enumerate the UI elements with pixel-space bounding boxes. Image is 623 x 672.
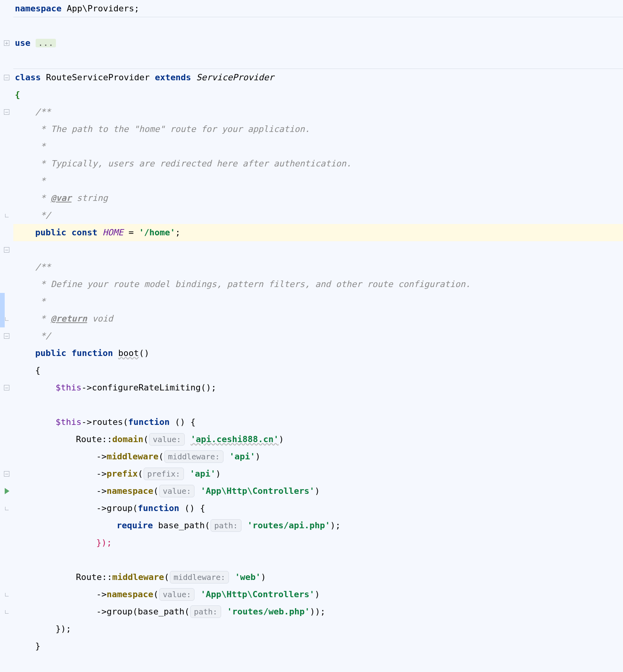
method-call: middleware (112, 573, 164, 582)
docblock: /** (35, 108, 51, 116)
keyword-require: require (117, 521, 153, 530)
run-gutter-icon[interactable] (0, 482, 13, 500)
code-line[interactable]: * Typically, users are redirected here a… (13, 155, 623, 172)
keyword-public: public (35, 228, 72, 237)
code-line[interactable] (13, 655, 623, 672)
code-line[interactable]: namespace App\Providers; (13, 0, 623, 17)
const-name: HOME (103, 228, 123, 237)
param-hint: path: (211, 519, 241, 532)
string-literal: 'api.ceshi888.cn' (191, 435, 279, 444)
code-line[interactable]: * (13, 138, 623, 155)
code-line[interactable] (13, 551, 623, 569)
docblock: * (35, 194, 51, 202)
fold-toggle-icon[interactable] (0, 379, 13, 396)
code-line[interactable]: } (13, 638, 623, 655)
docblock: string (72, 194, 108, 202)
code-line[interactable]: * Define your route model bindings, patt… (13, 276, 623, 293)
paren-close: ) (216, 470, 221, 478)
code-line[interactable]: ->group(function () { (13, 500, 623, 517)
code-line[interactable]: * @return void (13, 310, 623, 327)
paren-close-semi: ); (330, 521, 341, 530)
paren-close: ) (315, 590, 320, 599)
code-line[interactable] (13, 241, 623, 258)
string-literal: 'web' (235, 573, 261, 582)
keyword-function: function (138, 504, 179, 513)
doc-tag: @return (51, 314, 87, 323)
code-line[interactable] (13, 52, 623, 69)
fold-end-icon (0, 500, 13, 517)
class-static: Route (76, 435, 102, 444)
fold-toggle-icon[interactable] (0, 103, 13, 121)
arrow: -> (96, 590, 107, 599)
paren-open: ( (205, 521, 210, 530)
code-line[interactable]: use ... (13, 34, 623, 52)
code-line[interactable]: * (13, 293, 623, 310)
paren-close: ) (255, 452, 260, 461)
code-line-highlighted[interactable]: public const HOME = '/home'; (13, 224, 623, 241)
code-line[interactable]: */ (13, 327, 623, 345)
folded-placeholder[interactable]: ... (36, 39, 56, 47)
paren-close: ) (261, 573, 266, 582)
code-line[interactable]: ->namespace(value: 'App\Http\Controllers… (13, 586, 623, 603)
string-literal: 'App\Http\Controllers' (200, 487, 314, 495)
code-line[interactable]: * The path to the "home" route for your … (13, 121, 623, 138)
code-line[interactable]: ->namespace(value: 'App\Http\Controllers… (13, 482, 623, 500)
arrow: -> (96, 470, 107, 478)
closure-head: () { (169, 418, 195, 426)
docblock: * (35, 177, 46, 185)
code-line[interactable] (13, 396, 623, 414)
fold-toggle-icon[interactable] (0, 69, 13, 86)
code-line[interactable]: ->prefix(prefix: 'api') (13, 465, 623, 482)
param-hint: value: (159, 588, 194, 601)
code-line[interactable]: * (13, 172, 623, 190)
fold-toggle-icon[interactable] (0, 34, 13, 52)
arrow: -> (96, 607, 107, 616)
arrow: -> (96, 487, 107, 495)
string-literal: 'App\Http\Controllers' (200, 590, 314, 599)
code-line[interactable]: */ (13, 207, 623, 224)
dbl-colon: :: (102, 573, 112, 582)
param-hint: middleware: (170, 571, 229, 583)
fold-toggle-icon[interactable] (0, 241, 13, 258)
code-line[interactable]: { (13, 86, 623, 103)
code-line[interactable]: /** (13, 103, 623, 121)
gutter[interactable] (0, 0, 13, 672)
keyword-namespace: namespace (15, 4, 61, 13)
method-call: configureRateLimiting (92, 383, 201, 392)
brace-open: { (15, 90, 20, 99)
docblock: */ (35, 332, 51, 340)
code-line[interactable]: class RouteServiceProvider extends Servi… (13, 69, 623, 86)
code-line[interactable]: }); (13, 534, 623, 551)
code-line[interactable]: }); (13, 620, 623, 638)
code-area[interactable]: namespace App\Providers; use ... class R… (13, 0, 623, 672)
code-editor[interactable]: namespace App\Providers; use ... class R… (0, 0, 623, 672)
code-line[interactable]: ->middleware(middleware: 'api') (13, 448, 623, 465)
fold-end-icon (0, 586, 13, 603)
keyword-function: function (128, 418, 169, 426)
semicolon: ; (175, 228, 180, 237)
docblock: /** (35, 263, 51, 271)
brace-close: } (35, 642, 40, 650)
method-call: group (107, 504, 133, 513)
fold-toggle-icon[interactable] (0, 465, 13, 482)
code-line[interactable]: Route::domain(value: 'api.ceshi888.cn') (13, 431, 623, 448)
keyword-class: class (15, 73, 41, 82)
code-line[interactable]: * @var string (13, 190, 623, 207)
keyword-public: public (35, 349, 72, 358)
code-line[interactable]: /** (13, 258, 623, 276)
code-line[interactable] (13, 17, 623, 34)
string-literal: '/home' (139, 228, 175, 237)
this-var: $this (56, 383, 81, 392)
method-call: prefix (107, 470, 138, 478)
code-line[interactable]: ->group(base_path(path: 'routes/web.php'… (13, 603, 623, 620)
method-call: domain (112, 435, 143, 444)
method-call: group (107, 607, 133, 616)
code-line[interactable]: { (13, 362, 623, 379)
code-line[interactable]: $this->routes(function () { (13, 414, 623, 431)
code-line[interactable]: require base_path(path: 'routes/api.php'… (13, 517, 623, 534)
code-line[interactable]: public function boot() (13, 345, 623, 362)
code-line[interactable]: $this->configureRateLimiting(); (13, 379, 623, 396)
separator-line (13, 17, 623, 17)
code-line[interactable]: Route::middleware(middleware: 'web') (13, 569, 623, 586)
fold-toggle-icon[interactable] (0, 327, 13, 345)
